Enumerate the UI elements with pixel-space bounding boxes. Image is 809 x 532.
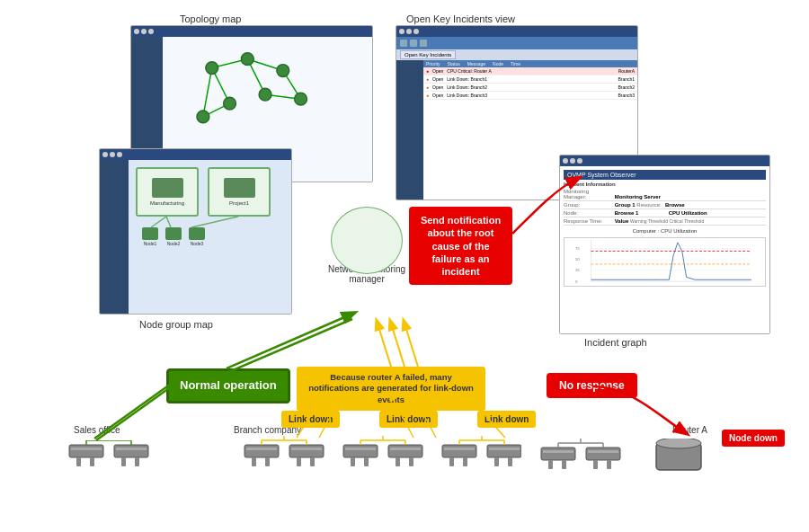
svg-point-13 bbox=[224, 97, 236, 110]
svg-rect-77 bbox=[364, 457, 369, 466]
svg-rect-67 bbox=[291, 448, 322, 450]
svg-rect-50 bbox=[69, 445, 103, 457]
node-group-map-window[interactable]: Manufacturing Project1 Node1 Node2 bbox=[99, 148, 292, 315]
ig-chart-title: Computer : CPU Utilization bbox=[564, 228, 766, 234]
normal-operation-badge: Normal operation bbox=[166, 368, 290, 403]
monitoring-manager-area: Network monitoring manager bbox=[322, 207, 412, 306]
svg-line-6 bbox=[203, 68, 212, 117]
svg-rect-57 bbox=[135, 457, 139, 466]
node-down-badge: Node down bbox=[722, 430, 785, 447]
svg-rect-78 bbox=[388, 445, 422, 457]
svg-line-16 bbox=[166, 217, 171, 227]
svg-rect-62 bbox=[244, 445, 279, 457]
router-a-equipment bbox=[539, 439, 719, 510]
svg-rect-81 bbox=[409, 457, 413, 466]
svg-point-8 bbox=[206, 62, 218, 75]
svg-rect-52 bbox=[76, 457, 81, 466]
svg-rect-92 bbox=[494, 457, 499, 466]
branch-company-label: Branch company bbox=[234, 425, 301, 435]
svg-rect-102 bbox=[586, 448, 620, 460]
svg-rect-89 bbox=[463, 457, 467, 466]
svg-point-111 bbox=[656, 439, 701, 448]
incident-graph-window[interactable]: OVMP System Observer Incident Informatio… bbox=[559, 155, 770, 334]
svg-rect-100 bbox=[548, 460, 553, 469]
svg-rect-101 bbox=[562, 460, 566, 469]
topology-map-label: Topology map bbox=[180, 13, 242, 24]
svg-rect-80 bbox=[396, 457, 400, 466]
router-a-label: Router A bbox=[672, 425, 707, 435]
svg-rect-91 bbox=[489, 448, 520, 450]
notification-bubble: Send notification about the root cause o… bbox=[409, 207, 512, 285]
svg-point-11 bbox=[259, 88, 271, 101]
svg-point-14 bbox=[197, 111, 209, 123]
svg-rect-75 bbox=[345, 448, 376, 450]
ig-chart: 0 25 50 75 bbox=[564, 237, 766, 287]
svg-rect-55 bbox=[116, 448, 147, 450]
svg-rect-79 bbox=[390, 448, 421, 450]
svg-line-40 bbox=[378, 324, 391, 367]
svg-line-39 bbox=[227, 319, 352, 373]
svg-rect-93 bbox=[508, 457, 512, 466]
svg-line-42 bbox=[404, 324, 418, 367]
router-notification-box: Because router A failed, many notificati… bbox=[297, 367, 485, 411]
svg-rect-51 bbox=[71, 448, 102, 450]
link-down-badge-3: Link down bbox=[477, 411, 536, 428]
svg-rect-65 bbox=[265, 457, 270, 466]
svg-rect-99 bbox=[543, 450, 573, 453]
svg-point-9 bbox=[241, 53, 253, 66]
sales-office-label: Sales office bbox=[74, 425, 120, 435]
svg-rect-88 bbox=[449, 457, 454, 466]
svg-line-41 bbox=[391, 324, 404, 367]
main-container: Topology map Open Key Incidents Priority… bbox=[0, 0, 809, 532]
svg-rect-68 bbox=[297, 457, 301, 466]
svg-rect-69 bbox=[310, 457, 315, 466]
sales-office-equipment bbox=[67, 440, 166, 503]
svg-line-17 bbox=[191, 217, 238, 227]
svg-rect-64 bbox=[252, 457, 256, 466]
svg-rect-63 bbox=[246, 448, 277, 450]
node-group-map-label: Node group map bbox=[139, 319, 213, 330]
svg-line-15 bbox=[151, 217, 166, 227]
no-response-badge: No response bbox=[547, 373, 637, 398]
link-down-badge-2: Link down bbox=[379, 411, 438, 428]
svg-rect-54 bbox=[114, 445, 148, 457]
svg-rect-76 bbox=[351, 457, 355, 466]
svg-rect-66 bbox=[289, 445, 324, 457]
svg-point-10 bbox=[277, 65, 289, 77]
svg-text:25: 25 bbox=[575, 269, 579, 272]
svg-rect-104 bbox=[593, 460, 598, 469]
svg-rect-87 bbox=[444, 448, 475, 450]
incident-graph-label: Incident graph bbox=[584, 337, 647, 348]
svg-rect-103 bbox=[588, 450, 618, 453]
svg-rect-56 bbox=[121, 457, 126, 466]
svg-text:75: 75 bbox=[575, 247, 579, 251]
person-bg bbox=[331, 207, 403, 274]
svg-rect-86 bbox=[442, 445, 476, 457]
svg-line-38 bbox=[227, 315, 351, 368]
svg-rect-90 bbox=[487, 445, 521, 457]
svg-rect-105 bbox=[607, 460, 611, 469]
svg-rect-53 bbox=[90, 457, 94, 466]
svg-text:0: 0 bbox=[575, 280, 577, 284]
svg-text:50: 50 bbox=[575, 258, 579, 262]
svg-point-12 bbox=[295, 93, 307, 105]
branch-company-equipment bbox=[243, 436, 521, 508]
svg-rect-74 bbox=[343, 445, 378, 457]
incidents-view-label: Open Key Incidents view bbox=[406, 13, 515, 24]
ig-header: OVMP System Observer bbox=[564, 170, 766, 180]
ig-section-title: Incident Information bbox=[564, 182, 766, 187]
svg-rect-98 bbox=[541, 448, 575, 460]
